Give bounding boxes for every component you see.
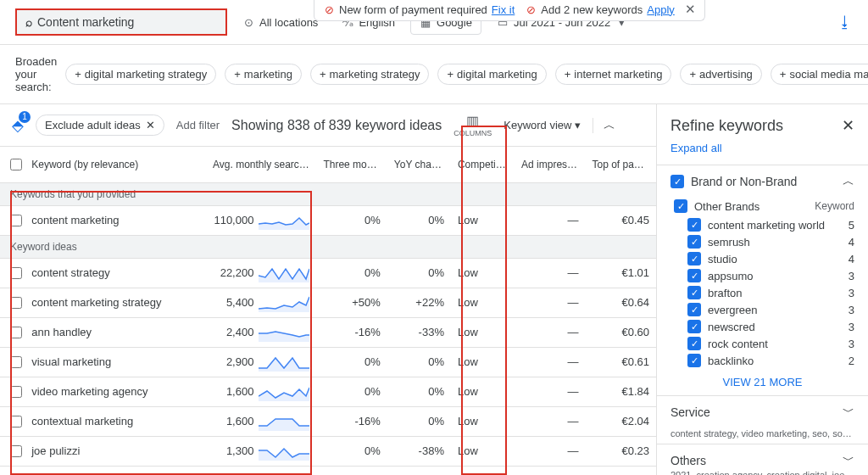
broaden-pill[interactable]: +digital marketing strategy — [65, 64, 216, 85]
select-all-checkbox[interactable] — [10, 159, 22, 170]
download-icon[interactable]: ⭳ — [837, 14, 853, 31]
keyword-cell[interactable]: content strategy — [25, 258, 206, 288]
broaden-pill[interactable]: +advertising — [680, 64, 761, 85]
checkbox-checked-icon[interactable]: ✓ — [687, 218, 701, 232]
locations-chip[interactable]: ⊙ All locations — [234, 11, 326, 34]
fix-it-link[interactable]: Fix it — [492, 3, 515, 16]
m3-cell: +52% — [316, 466, 387, 475]
row-checkbox[interactable] — [10, 356, 22, 368]
checkbox-checked-icon[interactable]: ✓ — [687, 337, 701, 350]
checkbox-checked-icon[interactable]: ✓ — [687, 286, 701, 299]
header-competition[interactable]: Competition — [451, 147, 515, 182]
comp-cell: Low — [451, 205, 515, 235]
comp-cell: Low — [451, 406, 515, 436]
header-3m[interactable]: Three month change — [316, 147, 387, 182]
header-ad[interactable]: Ad impression share — [515, 147, 585, 182]
chevron-up-icon: ︿ — [843, 174, 854, 189]
ad-cell: — — [515, 317, 585, 347]
brand-item[interactable]: ✓ evergreen 3 — [657, 301, 868, 318]
exclude-adult-chip[interactable]: Exclude adult ideas ✕ — [36, 115, 164, 136]
header-yoy[interactable]: YoY change — [387, 147, 451, 182]
row-checkbox[interactable] — [10, 445, 22, 457]
keyword-cell[interactable]: joe pulizzi — [25, 436, 206, 466]
checkbox-checked-icon[interactable]: ✓ — [687, 320, 701, 333]
expand-all-link[interactable]: Expand all — [657, 142, 868, 165]
row-checkbox[interactable] — [10, 386, 22, 398]
alert-text: Add 2 new keywords — [541, 3, 643, 16]
checkbox-checked-icon[interactable]: ✓ — [687, 354, 701, 367]
brand-item[interactable]: ✓ rock content 3 — [657, 335, 868, 352]
view-more-link[interactable]: VIEW 21 MORE — [657, 369, 868, 395]
close-icon[interactable]: ✕ — [685, 2, 696, 17]
checkbox-checked-icon[interactable]: ✓ — [687, 269, 701, 282]
chevron-down-icon: ▾ — [575, 119, 581, 131]
others-group-head[interactable]: Others ﹀ — [657, 444, 868, 470]
filter-icon[interactable]: ⬘1 — [12, 116, 24, 135]
keyword-cell[interactable]: content marketing — [25, 205, 206, 235]
keyword-cell[interactable]: contextual marketing — [25, 406, 206, 436]
close-icon[interactable]: ✕ — [842, 116, 854, 135]
checkbox-checked-icon[interactable]: ✓ — [687, 235, 701, 249]
m3-cell: 0% — [316, 258, 387, 288]
comp-cell: Low — [451, 377, 515, 406]
broaden-pill[interactable]: +internet marketing — [555, 64, 672, 85]
keyword-cell[interactable]: content marketing strategy — [25, 288, 206, 317]
apply-link[interactable]: Apply — [647, 3, 675, 16]
checkbox-checked-icon[interactable]: ✓ — [670, 175, 684, 188]
broaden-label: Broaden your search: — [15, 55, 57, 93]
table-row: content marketing 110,000 0% 0% Low — €0… — [0, 205, 656, 235]
brand-count: 3 — [849, 338, 854, 350]
tag-icon: ⊘ — [525, 3, 537, 16]
row-checkbox[interactable] — [10, 267, 22, 279]
checkbox-checked-icon[interactable]: ✓ — [674, 199, 687, 213]
columns-button[interactable]: ▥ COLUMNS — [453, 113, 492, 137]
brand-item[interactable]: ✓ content marketing world 5 — [657, 216, 868, 233]
avg-cell: 2,400 — [206, 317, 316, 347]
service-group-head[interactable]: Service ﹀ — [657, 395, 868, 428]
row-checkbox[interactable] — [10, 215, 22, 226]
bid-cell: €1.84 — [585, 377, 656, 406]
alert-keywords: ⊘ Add 2 new keywords Apply — [525, 3, 674, 16]
alert-text: New form of payment required — [339, 3, 487, 16]
row-checkbox[interactable] — [10, 416, 22, 428]
keyword-cell[interactable]: video marketing agency — [25, 377, 206, 406]
keyword-cell[interactable]: digital marketing content — [25, 466, 206, 475]
avg-cell: 2,900 — [206, 347, 316, 377]
alerts-bar: ⊘ New form of payment required Fix it ⊘ … — [314, 0, 705, 21]
broaden-pill[interactable]: +social media marketing — [771, 64, 868, 85]
broaden-pill[interactable]: +marketing — [225, 64, 302, 85]
brand-label: evergreen — [708, 304, 758, 316]
brand-item[interactable]: ✓ newscred 3 — [657, 318, 868, 335]
brand-label: appsumo — [708, 270, 753, 282]
brand-item[interactable]: ✓ brafton 3 — [657, 284, 868, 301]
m3-cell: 0% — [316, 205, 387, 235]
header-keyword[interactable]: Keyword (by relevance) — [25, 147, 206, 182]
broaden-pill[interactable]: +marketing strategy — [310, 64, 430, 85]
broaden-pill[interactable]: +digital marketing — [437, 64, 546, 85]
brand-group-head[interactable]: ✓ Brand or Non-Brand ︿ — [657, 165, 868, 198]
keyword-view-dropdown[interactable]: Keyword view ▾ — [504, 119, 581, 131]
keyword-cell[interactable]: ann handley — [25, 317, 206, 347]
chevron-down-icon: ﹀ — [843, 405, 854, 420]
bid-cell: €1.01 — [585, 258, 656, 288]
avg-cell: 5,400 — [206, 288, 316, 317]
close-icon[interactable]: ✕ — [146, 119, 155, 131]
avg-cell: 110,000 — [206, 205, 316, 235]
checkbox-checked-icon[interactable]: ✓ — [687, 303, 701, 316]
search-input[interactable]: ⌕ Content marketing — [15, 8, 227, 36]
brand-item[interactable]: ✓ backlinko 2 — [657, 352, 868, 369]
keyword-cell[interactable]: visual marketing — [25, 347, 206, 377]
add-filter-button[interactable]: Add filter — [176, 119, 220, 131]
checkbox-checked-icon[interactable]: ✓ — [687, 252, 701, 265]
brand-item[interactable]: ✓ semrush 4 — [657, 233, 868, 250]
brand-count: 2 — [849, 355, 854, 367]
brand-item[interactable]: ✓ studio 4 — [657, 250, 868, 267]
brand-item[interactable]: ✓ appsumo 3 — [657, 267, 868, 284]
collapse-panel-button[interactable]: ︿ — [593, 118, 626, 133]
pin-icon: ⊙ — [242, 16, 254, 29]
row-checkbox[interactable] — [10, 327, 22, 338]
header-avg[interactable]: Avg. monthly searches — [206, 147, 316, 182]
row-checkbox[interactable] — [10, 297, 22, 309]
header-bid[interactable]: Top of page bid (low range) — [585, 147, 656, 182]
m3-cell: 0% — [316, 436, 387, 466]
